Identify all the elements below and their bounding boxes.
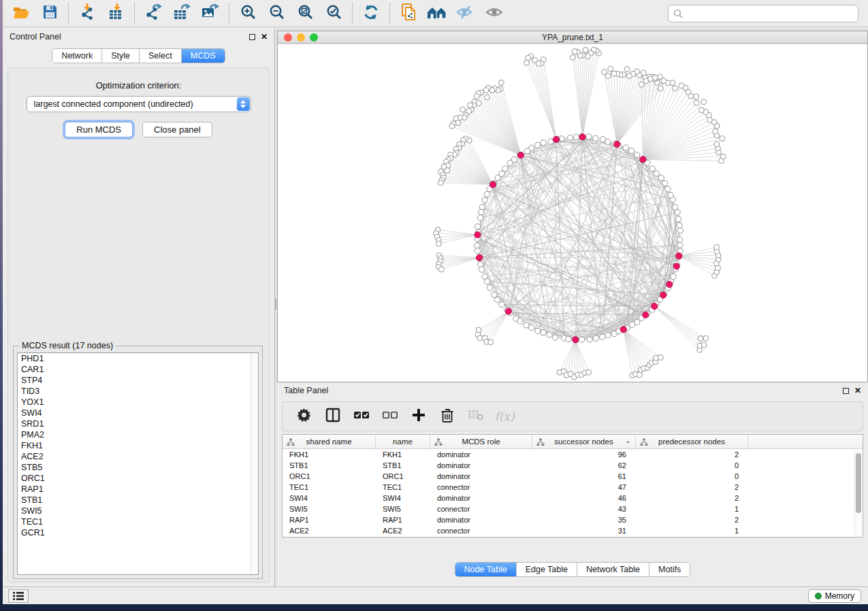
table-cell[interactable]: 29 bbox=[532, 536, 636, 538]
mcds-list-item[interactable]: SRD1 bbox=[18, 418, 258, 429]
mcds-list-item[interactable]: TEC1 bbox=[18, 516, 258, 527]
close-panel-icon[interactable]: ✕ bbox=[261, 34, 268, 40]
column-header-successor-nodes[interactable]: successor nodes⌄ bbox=[532, 435, 636, 448]
import-table-button[interactable] bbox=[101, 2, 130, 25]
tab-edge-table[interactable]: Edge Table bbox=[517, 563, 577, 576]
table-cell[interactable]: ORC1 bbox=[376, 471, 430, 482]
mcds-list-item[interactable]: ORC1 bbox=[18, 473, 258, 484]
table-row[interactable]: ACE2ACE2connector311 bbox=[283, 525, 863, 536]
mcds-list-item[interactable]: GCR1 bbox=[18, 527, 258, 538]
table-cell[interactable]: SWI4 bbox=[283, 493, 376, 503]
mcds-list-item[interactable]: CAR1 bbox=[18, 364, 258, 375]
table-row[interactable]: STB1STB1dominator620 bbox=[283, 460, 863, 471]
table-cell[interactable]: ORC1 bbox=[283, 471, 376, 482]
float-table-panel-icon[interactable] bbox=[843, 388, 849, 394]
export-table-button[interactable] bbox=[167, 2, 196, 25]
mcds-list-item[interactable]: FKH1 bbox=[18, 440, 258, 451]
table-cell[interactable]: dominator bbox=[430, 514, 532, 525]
open-file-button[interactable] bbox=[7, 2, 35, 25]
table-cell[interactable]: 46 bbox=[532, 493, 636, 503]
mcds-result-list[interactable]: PHD1CAR1STP4TID3YOX1SWI4SRD1PMA2FKH1ACE2… bbox=[17, 352, 259, 575]
table-cell[interactable]: SWI5 bbox=[376, 503, 430, 514]
tab-motifs[interactable]: Motifs bbox=[649, 563, 690, 576]
table-cell[interactable]: RAP1 bbox=[283, 514, 376, 525]
select-all-rows-button[interactable] bbox=[349, 405, 374, 428]
mcds-list-item[interactable]: SWI4 bbox=[18, 408, 258, 418]
criterion-dropdown[interactable]: largest connected component (undirected) bbox=[27, 96, 251, 112]
column-header-shared-name[interactable]: shared name bbox=[283, 435, 376, 448]
show-all-button[interactable] bbox=[480, 2, 509, 25]
zoom-in-button[interactable] bbox=[234, 2, 262, 25]
zoom-window-icon[interactable] bbox=[310, 33, 318, 42]
table-cell[interactable]: FKH1 bbox=[283, 449, 376, 460]
mcds-list-item[interactable]: SWI5 bbox=[18, 506, 258, 516]
table-cell[interactable]: STB1 bbox=[376, 460, 430, 471]
add-column-button[interactable] bbox=[406, 405, 431, 428]
mcds-list-scrollbar[interactable] bbox=[251, 353, 258, 574]
mcds-list-item[interactable]: STB5 bbox=[18, 462, 258, 473]
table-cell[interactable]: STB1 bbox=[283, 460, 376, 471]
zoom-selected-button[interactable] bbox=[319, 2, 348, 25]
table-cell[interactable]: 31 bbox=[532, 525, 636, 536]
mcds-list-item[interactable]: ACE2 bbox=[18, 451, 258, 462]
tab-style[interactable]: Style bbox=[102, 49, 140, 63]
save-session-button[interactable] bbox=[35, 2, 64, 25]
first-neighbors-button[interactable] bbox=[423, 2, 451, 25]
delete-column-button[interactable] bbox=[435, 405, 460, 428]
table-cell[interactable]: 61 bbox=[532, 471, 636, 482]
mcds-list-item[interactable]: RAP1 bbox=[18, 484, 258, 495]
hide-selected-button[interactable] bbox=[451, 2, 480, 25]
table-cell[interactable]: 1 bbox=[636, 503, 748, 514]
table-cell[interactable]: 1 bbox=[636, 525, 748, 536]
search-input[interactable] bbox=[688, 6, 855, 21]
column-header-predecessor-nodes[interactable]: predecessor nodes bbox=[636, 435, 748, 448]
table-cell[interactable]: 35 bbox=[532, 514, 636, 525]
run-mcds-button[interactable]: Run MCDS bbox=[65, 122, 133, 137]
table-cell[interactable]: connector bbox=[430, 525, 532, 536]
zoom-fit-button[interactable] bbox=[291, 2, 319, 25]
table-cell[interactable]: YOX1 bbox=[376, 536, 430, 538]
table-cell[interactable]: connector bbox=[430, 482, 532, 493]
table-scrollbar[interactable] bbox=[854, 451, 862, 535]
table-row[interactable]: YOX1YOX1connector291 bbox=[283, 536, 863, 538]
table-cell[interactable]: 2 bbox=[636, 493, 748, 503]
table-row[interactable]: FKH1FKH1dominator962 bbox=[283, 449, 863, 460]
tab-mcds[interactable]: MCDS bbox=[182, 49, 225, 63]
table-cell[interactable]: 47 bbox=[532, 482, 636, 493]
status-menu-button[interactable] bbox=[8, 589, 29, 603]
column-header-MCDS-role[interactable]: MCDS role bbox=[430, 435, 532, 448]
table-cell[interactable]: SWI5 bbox=[283, 503, 376, 514]
column-header-name[interactable]: name bbox=[376, 435, 430, 448]
close-table-panel-icon[interactable]: ✕ bbox=[854, 388, 861, 394]
table-cell[interactable]: TEC1 bbox=[283, 482, 376, 493]
table-cell[interactable]: SWI4 bbox=[376, 493, 430, 503]
table-cell[interactable]: 96 bbox=[532, 449, 636, 460]
tab-select[interactable]: Select bbox=[140, 49, 182, 63]
table-cell[interactable]: 2 bbox=[636, 482, 748, 493]
close-panel-button[interactable]: Close panel bbox=[142, 122, 212, 137]
table-cell[interactable]: ACE2 bbox=[283, 525, 376, 536]
table-scrollbar-thumb[interactable] bbox=[856, 453, 861, 513]
table-row[interactable]: RAP1RAP1dominator352 bbox=[283, 514, 863, 525]
mcds-list-item[interactable]: STP4 bbox=[18, 375, 258, 386]
table-cell[interactable]: RAP1 bbox=[376, 514, 430, 525]
table-cell[interactable]: 2 bbox=[636, 514, 748, 525]
table-cell[interactable]: dominator bbox=[430, 493, 532, 503]
table-cell[interactable]: 0 bbox=[636, 460, 748, 471]
network-canvas[interactable] bbox=[278, 44, 867, 382]
minimize-window-icon[interactable] bbox=[297, 33, 305, 42]
mcds-list-item[interactable]: STB1 bbox=[18, 495, 258, 506]
tab-network[interactable]: Network bbox=[52, 49, 102, 63]
table-cell[interactable]: 2 bbox=[636, 449, 748, 460]
float-panel-icon[interactable] bbox=[249, 34, 255, 40]
close-window-icon[interactable] bbox=[284, 33, 292, 42]
show-column-panel-button[interactable] bbox=[321, 405, 345, 428]
table-cell[interactable]: ACE2 bbox=[376, 525, 430, 536]
table-row[interactable]: SWI4SWI4dominator462 bbox=[283, 493, 863, 503]
tab-network-table[interactable]: Network Table bbox=[577, 563, 649, 576]
table-cell[interactable]: dominator bbox=[430, 471, 532, 482]
mcds-list-item[interactable]: PMA2 bbox=[18, 429, 258, 440]
deselect-all-rows-button[interactable] bbox=[378, 405, 402, 428]
table-cell[interactable]: connector bbox=[430, 503, 532, 514]
tab-node-table[interactable]: Node Table bbox=[455, 563, 517, 576]
